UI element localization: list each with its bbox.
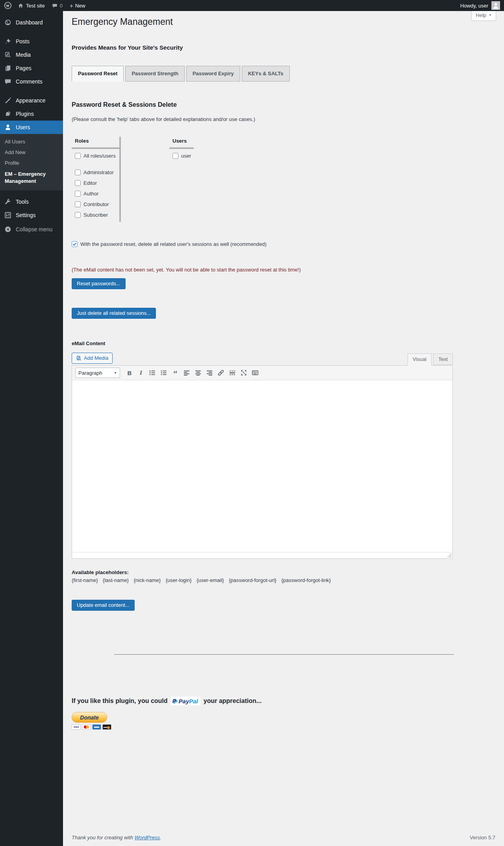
footer-thanks: Thank you for creating with WordPress. (72, 835, 161, 840)
sidebar-item-label: Plugins (16, 111, 34, 117)
site-name-menu[interactable]: Test site (17, 2, 45, 9)
sidebar-item-tools[interactable]: Tools (0, 195, 63, 208)
align-right-button[interactable] (204, 368, 215, 377)
user-label: user (181, 153, 191, 159)
checkbox-administrator[interactable] (75, 169, 81, 175)
page-title: Emergency Management (72, 16, 504, 28)
reset-passwords-button[interactable]: Reset passwords... (72, 278, 126, 289)
checkbox-user[interactable] (172, 153, 178, 159)
roles-users-table: Roles All roles/users Administrator Edit… (72, 137, 229, 222)
add-media-label: Add Media (84, 355, 108, 362)
tab-password-reset[interactable]: Password Reset (72, 66, 124, 82)
tab-keys-salts[interactable]: KEYs & SALTs (242, 66, 290, 82)
checkbox-author[interactable] (75, 191, 81, 197)
new-content-menu[interactable]: + New (70, 3, 85, 9)
delete-all-sessions-button[interactable]: Just delete all related sessions... (72, 308, 156, 319)
submenu-em-emergency-management[interactable]: EM – Emergency Management (0, 168, 63, 187)
tab-password-strength[interactable]: Password Strength (125, 66, 184, 82)
tab-password-expiry[interactable]: Password Expiry (186, 66, 240, 82)
placeholders-list: {first-name} {last-name} {nick-name} {us… (72, 577, 504, 584)
checkbox-contributor[interactable] (75, 201, 81, 207)
delete-sessions-option: With the password reset, delete all rela… (72, 241, 504, 247)
blockquote-button[interactable]: “ (170, 368, 180, 377)
bulleted-list-button[interactable] (147, 368, 158, 377)
read-more-button[interactable] (227, 368, 237, 377)
toolbar-toggle-button[interactable] (250, 368, 260, 377)
insert-link-button[interactable] (216, 368, 226, 377)
delete-sessions-label: With the password reset, delete all rela… (80, 241, 267, 247)
collapse-menu-label: Collapse menu (16, 226, 52, 232)
sidebar-item-comments[interactable]: Comments (0, 75, 63, 88)
section-divider (114, 654, 454, 655)
email-editor: Add Media Visual Text Paragraph ▼ B I (72, 351, 453, 559)
submenu-add-new[interactable]: Add New (0, 147, 63, 158)
checkbox-all-roles-users[interactable] (75, 153, 81, 159)
resize-grip[interactable] (447, 553, 452, 558)
chevron-down-icon: ▼ (114, 371, 117, 375)
home-icon (17, 2, 24, 9)
paragraph-format-dropdown[interactable]: Paragraph ▼ (75, 368, 120, 378)
sidebar-item-settings[interactable]: Settings (0, 208, 63, 222)
fullscreen-button[interactable] (239, 368, 249, 377)
italic-button[interactable]: I (136, 368, 146, 377)
role-label: Subscriber (83, 212, 108, 218)
new-label: New (75, 3, 85, 9)
sidebar-item-users[interactable]: Users (0, 121, 63, 134)
sidebar-item-label: Appearance (16, 97, 46, 104)
comments-menu[interactable]: 0 (52, 3, 63, 9)
footer-version: Version 5.7 (470, 835, 495, 840)
sidebar-item-dashboard[interactable]: Dashboard (0, 16, 63, 29)
sidebar-item-label: Pages (16, 65, 32, 71)
amex-card-icon (92, 724, 101, 730)
section-note: (Please consult the 'help' tabs above fo… (72, 116, 504, 123)
howdy-user-menu[interactable]: Howdy, user (460, 3, 488, 9)
email-warning-text: (The eMail content has not been set, yet… (72, 267, 504, 273)
text-tab[interactable]: Text (433, 353, 453, 365)
roles-header: Roles (72, 137, 119, 149)
placeholder-token: {password-forgot-url} (229, 577, 276, 583)
sidebar-item-label: Users (16, 124, 30, 130)
user-avatar[interactable] (491, 1, 500, 10)
email-editor-area[interactable] (72, 380, 452, 552)
section-title: Password Reset & Sessions Delete (72, 101, 504, 109)
wordpress-link[interactable]: WordPress (135, 835, 160, 840)
chevron-down-icon: ▼ (489, 13, 492, 17)
sidebar-item-appearance[interactable]: Appearance (0, 94, 63, 107)
roles-column: Roles All roles/users Administrator Edit… (72, 137, 119, 222)
plugin-icon (4, 110, 12, 117)
add-media-button[interactable]: Add Media (72, 353, 113, 364)
submenu-all-users[interactable]: All Users (0, 136, 63, 147)
collapse-arrow-icon (4, 226, 12, 233)
donate-message: If you like this plugin, you could PP Pa… (72, 697, 504, 705)
checkbox-delete-sessions[interactable] (72, 241, 78, 247)
users-header: Users (169, 137, 194, 149)
submenu-profile[interactable]: Profile (0, 158, 63, 168)
sidebar-item-posts[interactable]: Posts (0, 35, 63, 48)
plugin-tabs: Password Reset Password Strength Passwor… (72, 66, 504, 82)
help-dropdown-button[interactable]: Help ▼ (471, 9, 496, 21)
users-column: Users user (119, 137, 194, 222)
dashboard-icon (4, 19, 12, 26)
editor-status-bar (72, 552, 452, 558)
sidebar-item-plugins[interactable]: Plugins (0, 107, 63, 121)
align-center-button[interactable] (193, 368, 203, 377)
sidebar-item-pages[interactable]: Pages (0, 61, 63, 75)
comments-count: 0 (60, 3, 63, 9)
paypal-mark-icon: PP (172, 697, 178, 705)
placeholder-token: {user-login} (166, 577, 192, 583)
paypal-donate-button[interactable]: Donate (72, 712, 107, 723)
wordpress-logo-menu[interactable] (4, 2, 12, 9)
numbered-list-button[interactable] (159, 368, 169, 377)
checkbox-editor[interactable] (75, 180, 81, 186)
collapse-menu-button[interactable]: Collapse menu (0, 223, 63, 236)
bold-button[interactable]: B (124, 368, 135, 377)
checkbox-subscriber[interactable] (75, 212, 81, 218)
visual-tab[interactable]: Visual (408, 353, 432, 366)
paintbrush-icon (4, 97, 12, 104)
donate-prefix: If you like this plugin, you could (72, 697, 168, 705)
role-label: Administrator (83, 169, 114, 175)
sidebar-item-media[interactable]: Media (0, 48, 63, 61)
site-name-label: Test site (26, 3, 45, 9)
update-email-content-button[interactable]: Update email content... (72, 600, 135, 611)
align-left-button[interactable] (182, 368, 192, 377)
